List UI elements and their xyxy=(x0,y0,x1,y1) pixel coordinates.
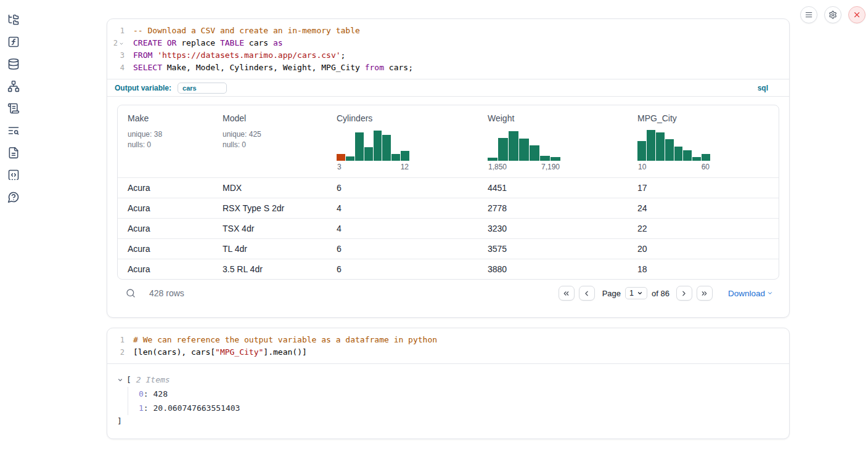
language-badge: sql xyxy=(758,84,768,92)
table-cell: 24 xyxy=(628,203,779,213)
table-row[interactable]: AcuraRSX Type S 2dr4277824 xyxy=(118,198,779,218)
column-header-mpg_city[interactable]: MPG_City1060 xyxy=(628,113,779,171)
histogram-bar xyxy=(551,157,560,161)
column-header-make[interactable]: Makeunique: 38nulls: 0 xyxy=(118,113,213,171)
column-stats: unique: 425nulls: 0 xyxy=(223,129,327,150)
chevron-right-icon xyxy=(680,289,688,297)
column-histogram[interactable]: 1,8507,190 xyxy=(488,129,560,171)
collapse-chevron-icon[interactable] xyxy=(117,377,123,383)
table-cell: 3.5 RL 4dr xyxy=(213,264,327,274)
code-text: SELECT Make, Model, Cylinders, Weight, M… xyxy=(126,62,413,74)
table-cell: 6 xyxy=(327,264,478,274)
code-text: CREATE OR replace TABLE cars as xyxy=(126,37,283,49)
chevron-down-icon xyxy=(637,290,643,296)
histogram-range-labels: 1060 xyxy=(637,163,710,171)
help-icon xyxy=(7,191,20,203)
code-line: 4SELECT Make, Model, Cylinders, Weight, … xyxy=(107,62,789,74)
scratchpad-button[interactable] xyxy=(7,102,20,115)
histogram-bar xyxy=(683,150,692,161)
column-name: MPG_City xyxy=(637,113,779,123)
snippets-icon xyxy=(7,169,20,181)
logs-button[interactable] xyxy=(7,124,20,137)
snippets-button[interactable] xyxy=(7,169,20,181)
code-line: 2[len(cars), cars["MPG_City"].mean()] xyxy=(107,346,789,358)
column-name: Make xyxy=(128,113,213,123)
column-histogram[interactable]: 1060 xyxy=(637,129,710,171)
first-page-button[interactable] xyxy=(559,286,575,301)
list-entry: 1: 20.060747663551403 xyxy=(139,401,779,415)
table-cell: 3880 xyxy=(478,264,628,274)
items-count-label: 2 Items xyxy=(136,374,170,386)
table-row[interactable]: AcuraTL 4dr6357520 xyxy=(118,238,779,259)
scratchpad-icon xyxy=(7,102,20,115)
entry-value: : 20.060747663551403 xyxy=(144,403,240,413)
histogram-range-labels: 312 xyxy=(337,163,409,171)
help-button[interactable] xyxy=(7,191,20,203)
list-output: [ 2 Items 0: 4281: 20.060747663551403 ] xyxy=(107,363,789,437)
sql-cell-output: Makeunique: 38nulls: 0Modelunique: 425nu… xyxy=(107,97,789,305)
settings-button[interactable] xyxy=(824,6,841,23)
sql-code-editor[interactable]: 1-- Download a CSV and create an in-memo… xyxy=(107,19,789,79)
page-select-value: 1 xyxy=(629,289,634,297)
table-cell: 4 xyxy=(327,203,478,213)
datasources-icon xyxy=(7,58,20,70)
column-header-cylinders[interactable]: Cylinders312 xyxy=(327,113,478,171)
table-cell: TL 4dr xyxy=(213,244,327,254)
entry-value: : 428 xyxy=(144,389,168,398)
list-entries: 0: 4281: 20.060747663551403 xyxy=(128,387,779,415)
download-label: Download xyxy=(728,289,765,298)
dependency-graph-button[interactable] xyxy=(7,80,20,92)
histogram-bar xyxy=(665,139,674,161)
code-text: -- Download a CSV and create an in-memor… xyxy=(126,25,360,37)
table-row[interactable]: AcuraTSX 4dr4323022 xyxy=(118,218,779,238)
output-variable-input[interactable] xyxy=(178,83,227,94)
datasources-button[interactable] xyxy=(7,58,20,70)
histogram-bar xyxy=(530,145,539,161)
column-name: Model xyxy=(223,113,327,123)
histogram-bar xyxy=(374,131,382,161)
line-number: 2 xyxy=(107,346,126,358)
documentation-button[interactable] xyxy=(7,147,20,159)
histogram-bar xyxy=(509,131,518,161)
code-text: [len(cars), cars["MPG_City"].mean()] xyxy=(126,346,307,358)
last-page-button[interactable] xyxy=(697,286,713,301)
line-number: 3 xyxy=(107,49,126,62)
histogram-bar xyxy=(540,156,550,161)
file-explorer-button[interactable] xyxy=(7,14,20,26)
open-bracket: [ xyxy=(126,374,131,386)
table-cell: 3575 xyxy=(478,244,628,254)
python-cell: 1# We can reference the output variable … xyxy=(107,328,790,439)
fold-chevron-icon[interactable] xyxy=(119,41,125,46)
page-total-label: of 86 xyxy=(652,289,669,298)
table-cell: 20 xyxy=(628,244,779,254)
table-cell: 18 xyxy=(628,264,779,274)
variables-button[interactable] xyxy=(7,36,20,48)
search-icon[interactable] xyxy=(126,288,136,298)
close-button[interactable] xyxy=(848,6,866,23)
code-line: 3FROM 'https://datasets.marimo.app/cars.… xyxy=(107,49,789,62)
histogram-bar xyxy=(337,154,345,161)
histogram-bar xyxy=(391,154,400,161)
table-cell: 6 xyxy=(327,244,478,254)
code-line: 2CREATE OR replace TABLE cars as xyxy=(107,37,789,49)
next-page-button[interactable] xyxy=(676,286,692,301)
table-cell: 22 xyxy=(628,224,779,233)
download-button[interactable]: Download xyxy=(728,289,773,298)
histogram-bar xyxy=(382,135,391,161)
histogram-range-labels: 1,8507,190 xyxy=(488,163,560,171)
page-select[interactable]: 1 xyxy=(625,287,647,299)
column-histogram[interactable]: 312 xyxy=(337,129,409,171)
table-cell: 17 xyxy=(628,183,779,193)
previous-page-button[interactable] xyxy=(579,286,595,301)
histogram-bar xyxy=(498,138,508,161)
table-row[interactable]: AcuraMDX6445117 xyxy=(118,177,779,198)
column-header-model[interactable]: Modelunique: 425nulls: 0 xyxy=(213,113,327,171)
table-row[interactable]: Acura3.5 RL 4dr6388018 xyxy=(118,259,779,279)
logs-icon xyxy=(7,124,20,137)
code-text: FROM 'https://datasets.marimo.app/cars.c… xyxy=(126,49,345,62)
python-code-editor[interactable]: 1# We can reference the output variable … xyxy=(107,328,789,363)
histogram-bar xyxy=(702,154,710,161)
column-header-weight[interactable]: Weight1,8507,190 xyxy=(478,113,628,171)
topbar-controls xyxy=(800,6,866,23)
menu-button[interactable] xyxy=(800,6,817,23)
